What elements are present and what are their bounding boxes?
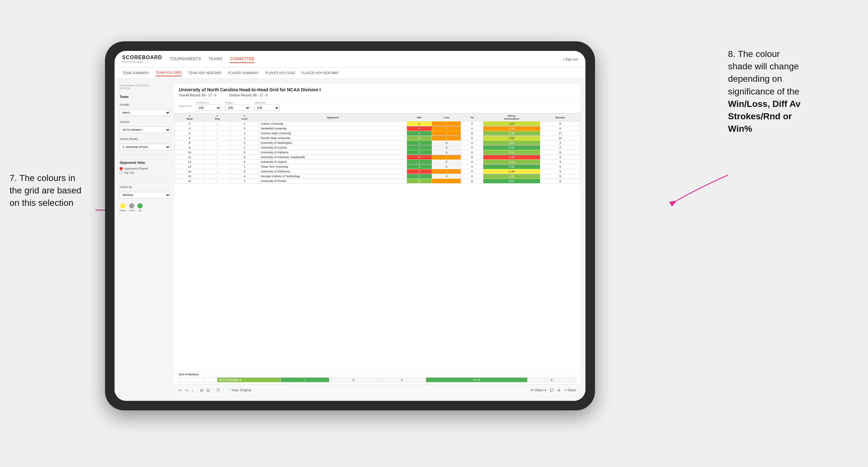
sidebar-divider-2 — [120, 179, 170, 179]
undo-icon[interactable]: ↩ — [179, 388, 182, 393]
cell-opponent: University of Oklahoma — [259, 169, 407, 174]
toolbar-view-label: 📄 View: Original — [227, 388, 251, 392]
conference-filter-select[interactable]: (All) — [196, 105, 221, 111]
share-btn[interactable]: ↗ Share — [564, 388, 576, 392]
cell-conf: 4 — [230, 174, 259, 179]
table-row: 15 - 4 Georgia Institute of Technology 5… — [175, 174, 580, 179]
cell-rank: 16 — [175, 179, 205, 184]
cell-rank: 11 — [175, 155, 205, 160]
sub-nav-player-h2h-heatmap[interactable]: PLAYER H2H HEATMAP — [302, 70, 339, 76]
watch-btn[interactable]: 👁 Watch ▾ — [530, 388, 546, 392]
cell-rounds: 3 — [540, 141, 580, 145]
cell-conf: 6 — [230, 155, 259, 160]
annotation-left: 7. The colours in the grid are based on … — [9, 172, 99, 209]
cell-diff: 3.67 — [483, 141, 540, 145]
table-row: 11 - 6 University of Arkansas, Fayettevi… — [175, 155, 580, 160]
radio-top100[interactable]: Top 100 — [120, 171, 170, 174]
legend-down-circle — [120, 203, 125, 208]
cell-win: 0 — [407, 169, 432, 174]
sidebar-gender-select[interactable]: Men's — [120, 110, 170, 116]
radio-dot-opponents — [120, 167, 123, 170]
opponent-filter-select[interactable]: (All) — [254, 105, 280, 111]
cell-rank: 4 — [175, 131, 205, 136]
cell-rounds: 9 — [540, 179, 580, 184]
grid-btn[interactable]: ⊞ — [557, 388, 560, 392]
cell-win: 1 — [407, 160, 432, 164]
cell-reg: - — [205, 155, 230, 160]
cell-tie: 0 — [461, 131, 483, 136]
sub-nav-team-summary[interactable]: TEAM SUMMARY — [122, 70, 149, 76]
cell-diff: 1.67 — [483, 122, 540, 126]
sidebar-school-select[interactable]: 1. University of Nort... — [120, 144, 170, 150]
cell-diff: -1.00 — [483, 169, 540, 174]
cell-rounds: 3 — [540, 155, 580, 160]
cell-reg: - — [205, 122, 230, 126]
sidebar-colour-by-select[interactable]: Win/loss — [120, 192, 170, 198]
content-area: University of North Carolina Head-to-Hea… — [174, 84, 580, 396]
sidebar-radio-group: Opponents Played Top 100 — [120, 167, 170, 174]
tablet-frame: SCOREBOARD Powered by clippd TOURNAMENTS… — [105, 41, 595, 410]
col-rounds: Rounds — [540, 114, 580, 122]
cell-loss: 0 — [432, 141, 461, 145]
col-conf: #Conf — [230, 114, 259, 122]
out-of-division-row: NCAA Division II 1 0 0 26.00 3 — [179, 378, 576, 382]
cell-opponent: University of Arizona — [259, 145, 407, 150]
main-content: Last Updated: 27/03/2024 16:55:38 Team G… — [115, 79, 585, 401]
table-row: 13 - 1 Texas Tech University 3 0 0 5.56 … — [175, 164, 580, 169]
cell-win: 3 — [407, 164, 432, 169]
toolbar-sep-2 — [213, 388, 213, 393]
nav-committee[interactable]: COMMITTEE — [230, 55, 254, 63]
region-filter-select[interactable]: (All) — [225, 105, 250, 111]
cell-tie: 0 — [461, 150, 483, 155]
clock-icon: ⏱ — [216, 388, 220, 393]
cell-loss: 0 — [432, 174, 461, 179]
legend-down: Down — [120, 203, 126, 212]
cell-opponent: Florida State University — [259, 136, 407, 141]
cell-win: 3 — [407, 179, 432, 184]
conference-filter-label: Conference — [196, 101, 221, 104]
cell-conf: 2 — [230, 126, 259, 131]
comment-btn[interactable]: 💬 — [550, 388, 554, 392]
cell-diff: 2.33 — [483, 160, 540, 164]
sub-nav: TEAM SUMMARY TEAM H2H GRID TEAM H2H HEAT… — [115, 67, 585, 79]
cell-loss: 0 — [432, 150, 461, 155]
cell-tie: 0 — [461, 136, 483, 141]
sub-nav-team-h2h-heatmap[interactable]: TEAM H2H HEATMAP — [188, 70, 222, 76]
sub-nav-team-h2h-grid[interactable]: TEAM H2H GRID — [156, 70, 182, 76]
cell-loss: 1 — [432, 179, 461, 184]
cell-tie: 0 — [461, 122, 483, 126]
cell-win: 5 — [407, 174, 432, 179]
legend-level: Level — [128, 203, 134, 212]
cell-rank: 8 — [175, 141, 205, 145]
cell-opponent: University of Alabama — [259, 150, 407, 155]
col-loss: Loss — [432, 114, 461, 122]
cell-reg: - — [205, 160, 230, 164]
table-row: 8 - 2 University of Washington 1 0 0 3.6… — [175, 141, 580, 145]
paste-icon[interactable]: ⊟ — [207, 388, 210, 393]
radio-opponents-played[interactable]: Opponents Played — [120, 167, 170, 170]
cell-conf: 7 — [230, 179, 259, 184]
sub-nav-player-h2h-grid[interactable]: PLAYER H2H GRID — [266, 70, 295, 76]
cell-loss: 0 — [432, 160, 461, 164]
cell-reg: - — [205, 141, 230, 145]
nav-teams[interactable]: TEAMS — [209, 55, 223, 63]
table-row: 4 - 1 Arizona State University 5 1 0 2.2… — [175, 131, 580, 136]
redo-icon[interactable]: ↪ — [185, 388, 188, 393]
cell-conf: 5 — [230, 150, 259, 155]
app-header: SCOREBOARD Powered by clippd TOURNAMENTS… — [115, 51, 585, 67]
table-row: 12 - 3 University of Virginia 1 0 0 2.33… — [175, 160, 580, 164]
grid-title: University of North Carolina Head-to-Hea… — [179, 87, 576, 92]
nav-tournaments[interactable]: TOURNAMENTS — [170, 55, 201, 63]
sidebar-division-select[interactable]: NCAA Division I — [120, 127, 170, 133]
cell-diff: 2.61 — [483, 150, 540, 155]
col-tie: Tie — [461, 114, 483, 122]
sub-nav-player-summary[interactable]: PLAYER SUMMARY — [228, 70, 259, 76]
logo: SCOREBOARD Powered by clippd — [122, 55, 162, 63]
copy-icon[interactable]: ⊞ — [200, 388, 203, 393]
sign-out-link[interactable]: | Sign out — [563, 57, 578, 61]
cell-reg: - — [205, 126, 230, 131]
legend-up-circle — [137, 203, 143, 208]
cell-rounds: 8 — [540, 126, 580, 131]
save-icon[interactable]: ↓ — [191, 388, 193, 393]
legend-up: Up — [137, 203, 143, 212]
